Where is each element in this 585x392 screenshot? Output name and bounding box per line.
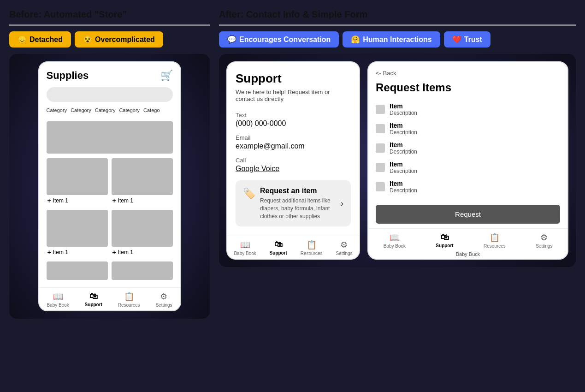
support-title: Support xyxy=(236,71,351,86)
checkbox-4[interactable] xyxy=(376,163,385,172)
checkbox-3[interactable] xyxy=(376,143,385,153)
nav-support-right[interactable]: 🛍 Support xyxy=(436,232,453,249)
request-items-content: <- Back Request Items Item Description xyxy=(368,62,567,228)
nav-label-support-left: Support xyxy=(85,302,102,307)
cat-5[interactable]: Catego xyxy=(143,107,160,113)
nav-support-mid[interactable]: 🛍 Support xyxy=(270,240,287,256)
item-thumb-1 xyxy=(47,158,108,195)
tag-conversation-emoji: 💬 xyxy=(227,35,236,44)
item-card-5 xyxy=(47,261,108,280)
right-phone-bg: Support We're here to help! Request item… xyxy=(219,54,576,267)
list-item-3: Item Description xyxy=(376,139,560,157)
support-phone: Support We're here to help! Request item… xyxy=(226,61,360,260)
left-divider xyxy=(9,24,210,26)
item-name-list-1: Item xyxy=(390,102,417,110)
contact-call-label: Call xyxy=(236,157,351,164)
left-bottom-nav: 📖 Baby Book 🛍 Support 📋 Resources ⚙ Sett… xyxy=(39,287,180,310)
item-card-6 xyxy=(112,261,173,280)
back-link[interactable]: <- Back xyxy=(376,70,560,77)
baby-book-icon-mid: 📖 xyxy=(240,240,250,250)
nav-resources-mid[interactable]: 📋 Resources xyxy=(301,240,323,256)
nav-support-left[interactable]: 🛍 Support xyxy=(85,291,102,308)
contact-text-label: Text xyxy=(236,112,351,119)
item-info-5: Item Description xyxy=(390,180,417,194)
item-info-4: Item Description xyxy=(390,160,417,174)
nav-settings-left[interactable]: ⚙ Settings xyxy=(155,291,172,308)
item-name-4: Item 1 xyxy=(118,249,133,255)
nav-label-settings-mid: Settings xyxy=(336,251,352,256)
nav-label-resources-left: Resources xyxy=(118,303,140,308)
nav-resources-left[interactable]: 📋 Resources xyxy=(118,291,140,308)
supplies-header: Supplies 🛒 xyxy=(39,62,180,85)
item-label-3: + Item 1 xyxy=(47,247,108,258)
item-desc-list-2: Description xyxy=(390,129,417,136)
tag-human-emoji: 🤗 xyxy=(351,35,360,44)
left-heading-area: Before: Automated "Store" xyxy=(9,9,210,20)
tag-conversation-label: Encourages Conversation xyxy=(239,36,331,44)
request-card-title: Request an item xyxy=(260,187,336,195)
request-card-desc: Request additional items like diapers, b… xyxy=(260,197,336,220)
item-desc-list-3: Description xyxy=(390,148,417,155)
request-button[interactable]: Request xyxy=(376,205,560,224)
nav-label-settings-left: Settings xyxy=(155,303,172,308)
item-thumb-5 xyxy=(47,261,108,280)
checkbox-5[interactable] xyxy=(376,182,385,191)
nav-baby-book-mid[interactable]: 📖 Baby Book xyxy=(234,240,256,256)
nav-label-support-right: Support xyxy=(436,243,453,248)
item-name-2: Item 1 xyxy=(118,197,133,204)
right-heading: After: Contact Info & Simple Form xyxy=(219,9,367,19)
nav-baby-book-left[interactable]: 📖 Baby Book xyxy=(47,291,69,308)
item-name-list-4: Item xyxy=(390,160,417,168)
list-item-2: Item Description xyxy=(376,120,560,137)
tag-human: 🤗 Human Interactions xyxy=(343,31,440,48)
tag-overcomplicated-label: Overcomplicated xyxy=(95,36,155,44)
supplies-title: Supplies xyxy=(47,70,89,82)
tag-detached-label: Detached xyxy=(30,36,63,44)
cat-1[interactable]: Category xyxy=(47,107,67,113)
support-icon-left: 🛍 xyxy=(89,291,98,301)
right-tags-row: 💬 Encourages Conversation 🤗 Human Intera… xyxy=(219,31,576,48)
tag-overcomplicated-emoji: 😵 xyxy=(83,35,92,44)
item-label-1: + Item 1 xyxy=(47,195,108,206)
left-section: Before: Automated "Store" 😞 Detached 😵 O… xyxy=(9,9,210,319)
nav-baby-book-right[interactable]: 📖 Baby Book xyxy=(384,232,406,249)
tag-overcomplicated: 😵 Overcomplicated xyxy=(75,31,163,48)
tag-conversation: 💬 Encourages Conversation xyxy=(219,31,339,48)
item-thumb-4 xyxy=(112,210,173,247)
tag-trust-emoji: ❤️ xyxy=(452,35,461,44)
item-name-3: Item 1 xyxy=(53,249,68,255)
plus-icon-2: + xyxy=(112,197,116,204)
item-row-1: + Item 1 + Item 1 xyxy=(47,158,173,206)
right-section: After: Contact Info & Simple Form 💬 Enco… xyxy=(210,9,576,319)
nav-resources-right[interactable]: 📋 Resources xyxy=(484,232,506,249)
contact-call-link[interactable]: Google Voice xyxy=(236,165,351,173)
list-item-4: Item Description xyxy=(376,159,560,176)
list-item-5: Item Description xyxy=(376,178,560,196)
item-label-2: + Item 1 xyxy=(112,195,173,206)
item-list: Item Description Item Description xyxy=(376,101,560,196)
request-card[interactable]: 🏷️ Request an item Request additional it… xyxy=(236,180,351,226)
resources-icon-left: 📋 xyxy=(124,291,134,302)
cart-icon: 🛒 xyxy=(160,70,173,82)
nav-settings-right[interactable]: ⚙ Settings xyxy=(536,232,552,249)
checkbox-1[interactable] xyxy=(376,105,385,114)
item-label-4: + Item 1 xyxy=(112,247,173,258)
cat-4[interactable]: Category xyxy=(119,107,140,113)
checkbox-2[interactable] xyxy=(376,124,385,133)
cat-3[interactable]: Category xyxy=(95,107,116,113)
tag-detached-emoji: 😞 xyxy=(18,35,27,44)
item-name-list-3: Item xyxy=(390,141,417,148)
contact-email-value: example@gmail.com xyxy=(236,142,351,150)
item-name-list-5: Item xyxy=(390,180,417,187)
search-bar[interactable] xyxy=(47,87,173,102)
nav-settings-mid[interactable]: ⚙ Settings xyxy=(336,240,352,256)
nav-label-support-mid: Support xyxy=(270,250,287,255)
support-icon-mid: 🛍 xyxy=(274,240,283,249)
resources-icon-mid: 📋 xyxy=(307,240,317,250)
cat-2[interactable]: Category xyxy=(71,107,91,113)
baby-book-icon-right: 📖 xyxy=(390,232,400,243)
baby-book-icon-left: 📖 xyxy=(53,291,63,302)
categories-row: Category Category Category Category Cate… xyxy=(39,107,180,118)
main-container: Before: Automated "Store" 😞 Detached 😵 O… xyxy=(9,9,576,319)
item-desc-list-1: Description xyxy=(390,110,417,116)
